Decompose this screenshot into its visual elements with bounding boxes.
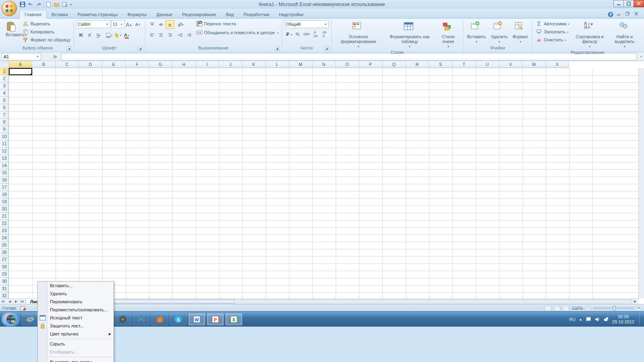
cut-button[interactable]: Вырезать: [22, 20, 71, 27]
row-header[interactable]: 20: [0, 206, 9, 213]
row-header[interactable]: 18: [0, 191, 9, 198]
tray-volume-icon[interactable]: [594, 317, 600, 322]
maximize-button[interactable]: [623, 0, 634, 7]
ctx-protect-sheet[interactable]: Защитить лист...: [38, 322, 114, 330]
sheet-nav-prev-icon[interactable]: ◀: [6, 299, 13, 304]
print-preview-icon[interactable]: [62, 1, 68, 8]
insert-cells-button[interactable]: Вставить▼: [466, 20, 488, 45]
increase-decimal-icon[interactable]: ,0,00: [311, 30, 320, 39]
minimize-button[interactable]: [613, 0, 624, 7]
doc-minimize-icon[interactable]: [617, 12, 623, 18]
row-header[interactable]: 25: [0, 242, 9, 249]
column-header[interactable]: W: [522, 61, 546, 68]
zoom-level[interactable]: 100%: [572, 306, 583, 311]
taskbar-app-3-icon[interactable]: [133, 313, 150, 325]
align-left-icon[interactable]: [148, 31, 157, 39]
font-size-combo[interactable]: 11▼: [111, 20, 125, 28]
column-header[interactable]: F: [126, 61, 149, 68]
row-header[interactable]: 30: [0, 278, 9, 285]
taskbar-firefox-icon[interactable]: [151, 313, 168, 325]
format-cells-button[interactable]: Формат▼: [511, 20, 530, 45]
column-header[interactable]: X: [546, 61, 569, 68]
paste-button[interactable]: Вставить▼: [4, 20, 20, 35]
row-header[interactable]: 19: [0, 198, 9, 206]
column-header[interactable]: U: [476, 61, 499, 68]
row-header[interactable]: 23: [0, 227, 9, 234]
ctx-rename[interactable]: Переименовать: [38, 298, 114, 306]
align-bottom-icon[interactable]: [165, 20, 174, 29]
border-button[interactable]: ▾: [105, 31, 114, 39]
fill-button[interactable]: Заполнить▾: [535, 28, 570, 35]
delete-cells-button[interactable]: Удалить▼: [489, 20, 509, 45]
tab-data[interactable]: Данные: [151, 10, 177, 18]
column-header[interactable]: H: [172, 61, 196, 68]
align-top-icon[interactable]: [148, 20, 157, 29]
decrease-decimal-icon[interactable]: ,00,0: [320, 30, 329, 39]
align-right-icon[interactable]: [165, 31, 174, 39]
grow-font-icon[interactable]: A▲: [125, 20, 134, 29]
row-header[interactable]: 21: [0, 213, 9, 220]
format-painter-button[interactable]: Формат по образцу: [22, 36, 71, 43]
column-header[interactable]: N: [312, 61, 336, 68]
zoom-slider[interactable]: [593, 307, 634, 309]
merge-center-button[interactable]: Объединить и поместить в центре▾: [195, 29, 279, 36]
ctx-move-copy[interactable]: Переместить/скопировать...: [38, 306, 114, 314]
row-header[interactable]: 31: [0, 285, 9, 292]
zoom-out-button[interactable]: −: [585, 305, 591, 311]
column-header[interactable]: R: [406, 61, 429, 68]
redo-icon[interactable]: [35, 1, 42, 8]
office-button[interactable]: [2, 1, 17, 16]
fill-color-button[interactable]: ▾: [114, 31, 122, 39]
column-header[interactable]: K: [242, 61, 266, 68]
row-header[interactable]: 7: [0, 111, 9, 119]
taskbar-app-2-icon[interactable]: [114, 313, 131, 325]
help-icon[interactable]: ?: [608, 12, 614, 18]
tray-show-hidden-icon[interactable]: ▲: [579, 317, 582, 321]
row-header[interactable]: 3: [0, 82, 9, 90]
doc-restore-icon[interactable]: [625, 12, 632, 18]
sort-filter-button[interactable]: AЯСортировка и фильтр▼: [572, 20, 607, 50]
ctx-insert[interactable]: Вставить...: [38, 282, 114, 290]
column-header[interactable]: Q: [382, 61, 406, 68]
column-header[interactable]: C: [56, 61, 79, 68]
doc-close-icon[interactable]: [634, 12, 641, 18]
open-icon[interactable]: [54, 1, 60, 8]
name-box[interactable]: A1▼: [2, 53, 41, 60]
row-header[interactable]: 16: [0, 177, 9, 184]
bold-button[interactable]: Ж: [76, 31, 85, 39]
qat-dropdown-icon[interactable]: ▼: [70, 3, 72, 6]
start-button[interactable]: [2, 313, 20, 326]
row-header[interactable]: 10: [0, 133, 9, 140]
row-header[interactable]: 29: [0, 271, 9, 278]
tab-view[interactable]: Вид: [221, 10, 239, 18]
row-header[interactable]: 2: [0, 75, 9, 82]
tray-clock[interactable]: 18:2629.10.2012: [612, 314, 636, 325]
column-header[interactable]: J: [219, 61, 242, 68]
column-header[interactable]: E: [102, 61, 126, 68]
format-as-table-button[interactable]: Форматировать как таблицу▼: [384, 20, 434, 50]
align-center-icon[interactable]: [157, 31, 165, 39]
tray-network-icon[interactable]: [603, 317, 609, 322]
row-header[interactable]: 11: [0, 140, 9, 148]
horizontal-scrollbar[interactable]: [105, 299, 632, 304]
row-header[interactable]: 12: [0, 148, 9, 155]
column-header[interactable]: I: [196, 61, 219, 68]
fx-icon[interactable]: fx: [52, 54, 59, 59]
column-header[interactable]: S: [429, 61, 452, 68]
macro-record-icon[interactable]: [20, 305, 26, 311]
tab-page-layout[interactable]: Разметка страницы: [73, 10, 123, 18]
sheet-nav-last-icon[interactable]: ⏭: [19, 299, 26, 304]
cells-area[interactable]: [9, 68, 638, 298]
autosum-button[interactable]: ΣАвтосумма▾: [535, 20, 570, 27]
copy-button[interactable]: Копировать: [22, 28, 71, 35]
italic-button[interactable]: К: [85, 31, 94, 39]
number-format-combo[interactable]: Общий▼: [285, 20, 329, 28]
orientation-icon[interactable]: ab▾: [176, 20, 185, 29]
font-name-combo[interactable]: Calibri▼: [76, 20, 110, 28]
zoom-in-button[interactable]: +: [636, 305, 642, 311]
tray-flag-icon[interactable]: [586, 317, 591, 322]
column-header[interactable]: G: [149, 61, 172, 68]
currency-icon[interactable]: ₽▾: [285, 30, 293, 39]
row-header[interactable]: 15: [0, 169, 9, 177]
undo-icon[interactable]: [27, 1, 34, 8]
